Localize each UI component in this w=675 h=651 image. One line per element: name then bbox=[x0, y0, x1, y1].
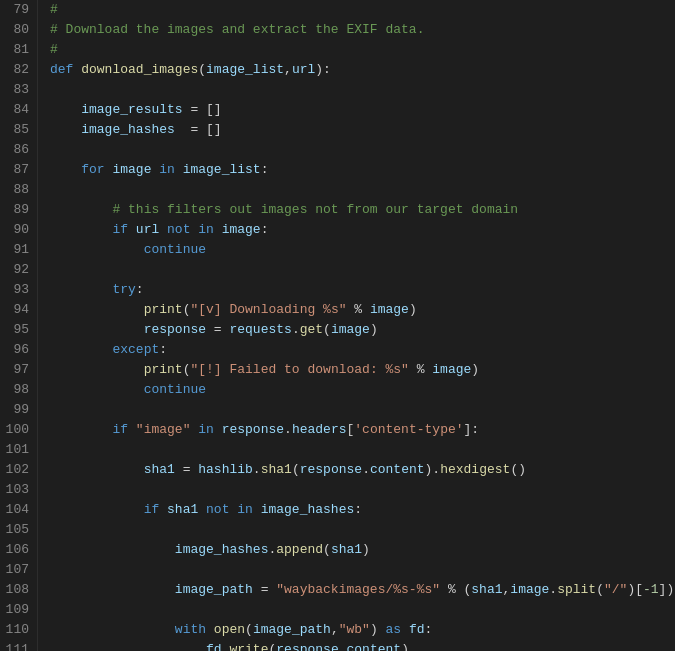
code-token: ]: bbox=[464, 422, 480, 437]
code-token: print bbox=[144, 362, 183, 377]
line-number: 110 bbox=[4, 620, 29, 640]
code-token bbox=[50, 382, 144, 397]
code-token: ) bbox=[401, 642, 409, 651]
code-token bbox=[50, 562, 58, 577]
code-line bbox=[50, 140, 675, 160]
code-line: continue bbox=[50, 240, 675, 260]
code-line bbox=[50, 520, 675, 540]
code-token: except bbox=[112, 342, 159, 357]
line-number: 84 bbox=[4, 100, 29, 120]
code-token: : bbox=[261, 222, 269, 237]
code-token: for bbox=[81, 162, 112, 177]
code-token: with bbox=[175, 622, 214, 637]
code-line: if sha1 not in image_hashes: bbox=[50, 500, 675, 520]
code-line: if url not in image: bbox=[50, 220, 675, 240]
code-token: ( bbox=[245, 622, 253, 637]
code-token: in bbox=[159, 162, 182, 177]
code-token: ) bbox=[370, 322, 378, 337]
code-token: image bbox=[510, 582, 549, 597]
code-line: def download_images(image_list,url): bbox=[50, 60, 675, 80]
code-token: response bbox=[144, 322, 206, 337]
code-token: [] bbox=[206, 102, 222, 117]
line-number: 109 bbox=[4, 600, 29, 620]
line-number: 100 bbox=[4, 420, 29, 440]
code-token: image bbox=[370, 302, 409, 317]
code-token: hexdigest bbox=[440, 462, 510, 477]
line-number: 89 bbox=[4, 200, 29, 220]
code-token: try bbox=[112, 282, 135, 297]
code-line: except: bbox=[50, 340, 675, 360]
line-number: 83 bbox=[4, 80, 29, 100]
line-number: 105 bbox=[4, 520, 29, 540]
code-token: append bbox=[276, 542, 323, 557]
code-token: sha1 bbox=[261, 462, 292, 477]
code-token: () bbox=[510, 462, 526, 477]
line-number-column: 7980818283848586878889909192939495969798… bbox=[0, 0, 38, 651]
code-token: "/" bbox=[604, 582, 627, 597]
code-token: )[ bbox=[627, 582, 643, 597]
code-token bbox=[50, 82, 58, 97]
code-token: = bbox=[175, 122, 206, 137]
code-line: continue bbox=[50, 380, 675, 400]
code-token bbox=[50, 162, 81, 177]
code-token: ( bbox=[323, 542, 331, 557]
line-number: 103 bbox=[4, 480, 29, 500]
code-line: # bbox=[50, 40, 675, 60]
code-token: : bbox=[261, 162, 269, 177]
line-number: 99 bbox=[4, 400, 29, 420]
code-token: = bbox=[206, 322, 229, 337]
code-token: "[v] Downloading %s" bbox=[190, 302, 346, 317]
code-token: image_hashes bbox=[81, 122, 175, 137]
code-line bbox=[50, 260, 675, 280]
code-token: % bbox=[409, 362, 432, 377]
code-token: [] bbox=[206, 122, 222, 137]
code-token: "[!] Failed to download: %s" bbox=[190, 362, 408, 377]
line-number: 97 bbox=[4, 360, 29, 380]
line-number: 90 bbox=[4, 220, 29, 240]
code-token bbox=[50, 302, 144, 317]
code-token: fd bbox=[206, 642, 222, 651]
line-number: 86 bbox=[4, 140, 29, 160]
line-number: 107 bbox=[4, 560, 29, 580]
code-line bbox=[50, 180, 675, 200]
code-token: print bbox=[144, 302, 183, 317]
code-line: sha1 = hashlib.sha1(response.content).he… bbox=[50, 460, 675, 480]
code-editor: 7980818283848586878889909192939495969798… bbox=[0, 0, 675, 651]
line-number: 98 bbox=[4, 380, 29, 400]
code-token: : bbox=[354, 502, 362, 517]
code-token bbox=[50, 122, 81, 137]
code-token: ( bbox=[198, 62, 206, 77]
line-number: 106 bbox=[4, 540, 29, 560]
code-token: ) bbox=[471, 362, 479, 377]
code-line: fd.write(response.content) bbox=[50, 640, 675, 651]
code-token: image bbox=[222, 222, 261, 237]
code-token: . bbox=[549, 582, 557, 597]
code-token: content bbox=[347, 642, 402, 651]
code-token bbox=[50, 642, 206, 651]
code-token: hashlib bbox=[198, 462, 253, 477]
code-token bbox=[50, 542, 175, 557]
line-number: 87 bbox=[4, 160, 29, 180]
code-token bbox=[50, 402, 58, 417]
code-token: write bbox=[229, 642, 268, 651]
line-number: 79 bbox=[4, 0, 29, 20]
code-token: # Download the images and extract the EX… bbox=[50, 22, 424, 37]
code-token: "image" bbox=[136, 422, 191, 437]
code-token: ( bbox=[292, 462, 300, 477]
code-token: ) bbox=[409, 302, 417, 317]
code-token: response bbox=[222, 422, 284, 437]
code-line bbox=[50, 560, 675, 580]
code-token: ]) bbox=[659, 582, 675, 597]
code-line: # bbox=[50, 0, 675, 20]
code-token: . bbox=[362, 462, 370, 477]
code-token bbox=[50, 202, 112, 217]
code-token: sha1 bbox=[167, 502, 206, 517]
code-token: image_list bbox=[206, 62, 284, 77]
code-token: . bbox=[339, 642, 347, 651]
code-token: def bbox=[50, 62, 81, 77]
code-token: ) bbox=[362, 542, 370, 557]
code-token: get bbox=[300, 322, 323, 337]
line-number: 80 bbox=[4, 20, 29, 40]
code-token: image_path bbox=[253, 622, 331, 637]
code-token: requests bbox=[229, 322, 291, 337]
